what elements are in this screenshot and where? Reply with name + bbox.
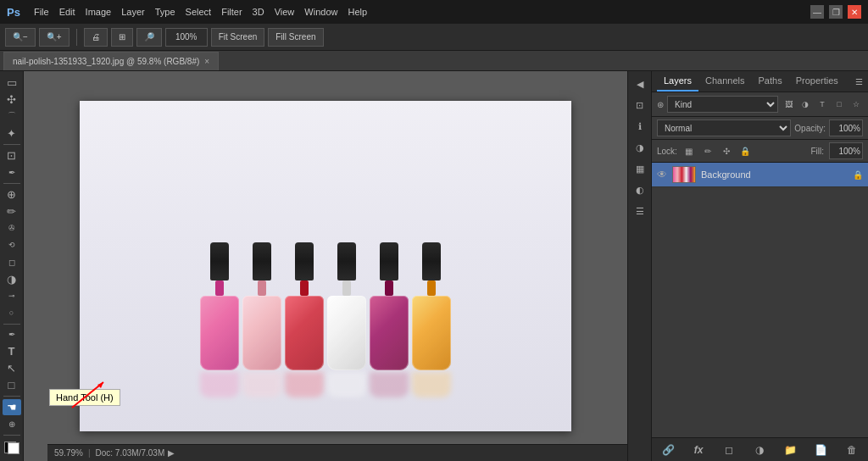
- close-button[interactable]: ✕: [848, 5, 861, 19]
- brush-tool[interactable]: ✏: [3, 203, 21, 219]
- tab-channels[interactable]: Channels: [698, 71, 751, 92]
- lock-pixels-button[interactable]: ✏: [701, 144, 715, 158]
- marquee-tool[interactable]: ▭: [3, 75, 21, 91]
- new-layer-button[interactable]: 📄: [813, 442, 830, 458]
- filter-adjust-button[interactable]: ◑: [798, 97, 812, 111]
- zoom-out-button[interactable]: 🔍−: [5, 28, 36, 47]
- bottle-container: [200, 242, 451, 397]
- layer-visibility-icon[interactable]: 👁: [657, 169, 667, 181]
- bottle-3: [285, 242, 324, 397]
- menu-help[interactable]: Help: [348, 7, 367, 17]
- pen-tool[interactable]: ✒: [3, 326, 21, 342]
- fill-screen-button[interactable]: Fill Screen: [268, 28, 323, 47]
- path-select-tool[interactable]: ↖: [3, 360, 21, 376]
- menu-filter[interactable]: Filter: [221, 7, 242, 17]
- bottle-glass-6: [412, 296, 451, 370]
- add-mask-button[interactable]: ◻: [721, 442, 737, 458]
- new-adjustment-button[interactable]: ◑: [751, 442, 768, 458]
- tool-separator-1: [3, 144, 20, 145]
- zoom-in-button[interactable]: 🔍+: [39, 28, 70, 47]
- document-tab[interactable]: nail-polish-1351933_1920.jpg @ 59.8% (RG…: [3, 52, 219, 70]
- panel-arrow-button[interactable]: ◀: [631, 75, 649, 93]
- type-tool[interactable]: T: [3, 343, 21, 359]
- window-controls: — ❐ ✕: [810, 5, 861, 19]
- bottle-6: [412, 242, 451, 397]
- close-tab-button[interactable]: ×: [204, 57, 209, 66]
- bottle-cap-5: [380, 242, 398, 280]
- filter-smart-button[interactable]: ☆: [849, 97, 863, 111]
- add-style-button[interactable]: fx: [690, 442, 707, 458]
- status-arrow[interactable]: ▶: [168, 448, 175, 458]
- menu-edit[interactable]: Edit: [59, 7, 75, 17]
- bottle-glass-2: [242, 296, 281, 370]
- panel-tabs: Layers Channels Paths Properties ☰: [652, 71, 868, 92]
- crop-tool[interactable]: ⊡: [3, 147, 21, 164]
- new-group-button[interactable]: 📁: [782, 442, 799, 458]
- zoom-tool[interactable]: ⊕: [3, 416, 21, 432]
- tab-layers[interactable]: Layers: [657, 71, 698, 92]
- lock-position-button[interactable]: ✣: [720, 144, 733, 158]
- panel-menu-button[interactable]: ☰: [855, 77, 863, 86]
- gradient-tool[interactable]: ◑: [3, 271, 21, 287]
- filter-shape-button[interactable]: □: [832, 97, 846, 111]
- blur-tool[interactable]: ⊸: [3, 288, 21, 304]
- bottle-1: [200, 242, 239, 397]
- info-panel-button[interactable]: ℹ: [631, 117, 649, 136]
- clone-tool[interactable]: ✇: [3, 220, 21, 236]
- zoom-preview-button[interactable]: 🔎: [136, 28, 162, 47]
- tab-properties[interactable]: Properties: [789, 71, 845, 92]
- rectangle-tool[interactable]: □: [3, 377, 21, 393]
- canvas-wrapper: [80, 101, 571, 431]
- adjustments-panel-button[interactable]: ◐: [631, 181, 649, 199]
- menu-view[interactable]: View: [275, 7, 295, 17]
- move-tool[interactable]: ✣: [3, 92, 21, 108]
- tab-paths[interactable]: Paths: [752, 71, 789, 92]
- filter-kind-select[interactable]: Kind: [667, 96, 778, 113]
- healing-brush-tool[interactable]: ⊕: [3, 186, 21, 203]
- styles-panel-button[interactable]: ☰: [631, 202, 649, 220]
- bottle-neck-5: [385, 280, 393, 296]
- filter-pixel-button[interactable]: 🖼: [782, 97, 795, 111]
- delete-layer-button[interactable]: 🗑: [843, 442, 860, 458]
- opacity-input[interactable]: [829, 119, 863, 136]
- menu-file[interactable]: File: [34, 7, 49, 17]
- minimize-button[interactable]: —: [810, 5, 824, 19]
- svg-line-0: [72, 382, 103, 408]
- history-brush-tool[interactable]: ⟲: [3, 237, 21, 253]
- color-panel-button[interactable]: ◑: [631, 138, 649, 157]
- bottle-reflection-4: [327, 372, 366, 397]
- layer-item-background[interactable]: 👁 Background 🔒: [652, 163, 868, 187]
- filter-type-button[interactable]: T: [815, 97, 829, 111]
- menu-select[interactable]: Select: [186, 7, 212, 17]
- swatches-panel-button[interactable]: ▦: [631, 159, 649, 178]
- background-color[interactable]: [8, 442, 19, 454]
- dodge-tool[interactable]: ○: [3, 305, 21, 321]
- menu-3d[interactable]: 3D: [253, 7, 264, 17]
- navigator-panel-button[interactable]: ⊡: [631, 96, 649, 114]
- actual-pixels-button[interactable]: ⊞: [111, 28, 133, 47]
- menu-type[interactable]: Type: [155, 7, 175, 17]
- menu-image[interactable]: Image: [86, 7, 112, 17]
- maximize-button[interactable]: ❐: [829, 5, 843, 19]
- bottle-neck-3: [300, 280, 309, 296]
- bottle-cap-2: [253, 242, 271, 280]
- menu-layer[interactable]: Layer: [121, 7, 145, 17]
- lock-all-button[interactable]: 🔒: [738, 144, 752, 158]
- lock-transparent-button[interactable]: ▦: [682, 144, 696, 158]
- fill-input[interactable]: [829, 142, 863, 159]
- layer-filter-row: ⊛ Kind 🖼 ◑ T □ ☆: [652, 92, 868, 117]
- bottle-body-5: [370, 296, 409, 370]
- tool-separator-3: [3, 324, 20, 325]
- quick-select-tool[interactable]: ✦: [3, 125, 21, 142]
- hand-tool[interactable]: ☚: [3, 399, 21, 415]
- lasso-tool[interactable]: ⌒: [3, 108, 21, 125]
- eraser-tool[interactable]: ◻: [3, 254, 21, 270]
- menu-window[interactable]: Window: [304, 7, 337, 17]
- fit-screen-button[interactable]: Fit Screen: [211, 28, 265, 47]
- eyedropper-tool[interactable]: ✒: [3, 164, 21, 181]
- zoom-input[interactable]: [165, 28, 208, 47]
- print-size-button[interactable]: 🖨: [84, 28, 108, 47]
- document-tab-label: nail-polish-1351933_1920.jpg @ 59.8% (RG…: [13, 57, 199, 66]
- link-layers-button[interactable]: 🔗: [659, 442, 676, 458]
- blend-mode-select[interactable]: Normal: [657, 119, 791, 136]
